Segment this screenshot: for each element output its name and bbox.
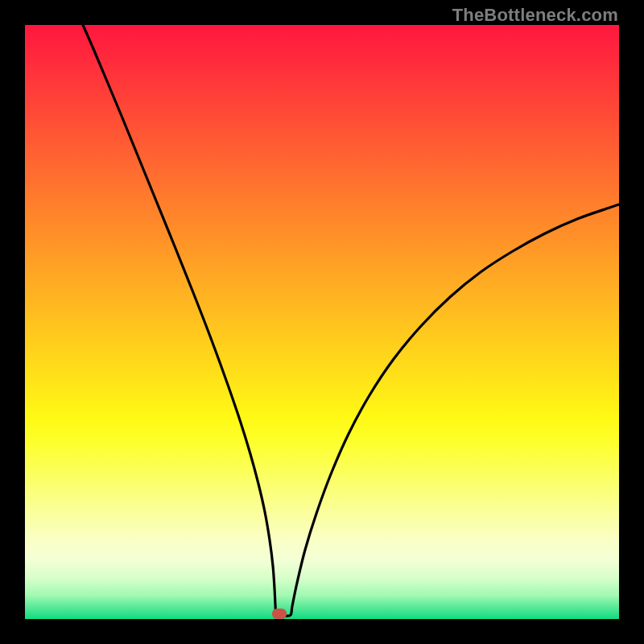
plot-area bbox=[25, 25, 619, 619]
gradient-background bbox=[25, 25, 619, 619]
chart-frame: TheBottleneck.com bbox=[0, 0, 644, 644]
watermark-text: TheBottleneck.com bbox=[452, 5, 618, 26]
minimum-marker bbox=[272, 609, 287, 619]
